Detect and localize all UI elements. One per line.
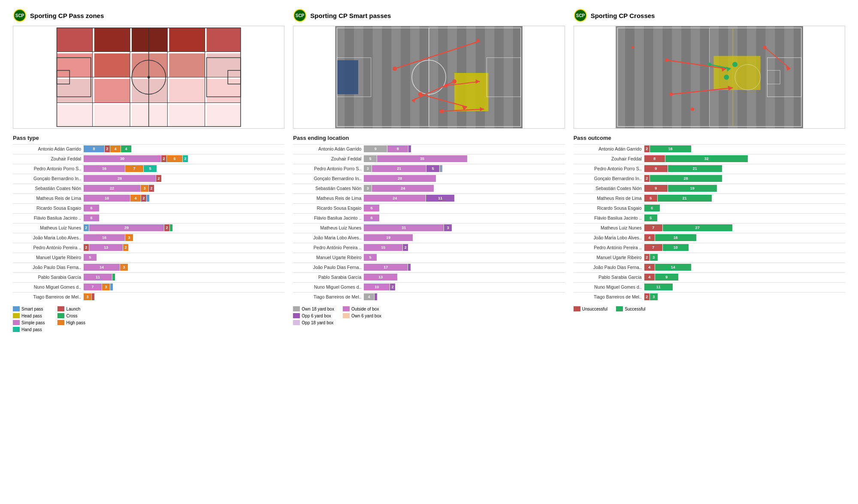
bar-container-1-7: 6 [364,214,379,221]
bar-container-1-8: 313 [364,224,452,231]
table-row: Pedro Antonio Porro S..921 [574,165,845,172]
svg-rect-86 [625,26,634,128]
table-row: Pedro António Pereira ..152 [293,244,565,251]
divider-0-7 [13,213,284,214]
table-row: Flávio Basilua Jacinto ..6 [13,214,284,222]
table-row: João Paulo Dias Ferna..414 [574,263,845,271]
player-name-2-13: Pablo Sarabia García [574,275,644,280]
panel-2-header: SCP Sporting CP Smart passes [293,9,565,22]
divider-0-3 [13,174,284,174]
bar-segment-2-3-0: 2 [644,175,650,182]
successful-label: Successful [625,307,645,311]
divider-2-9 [574,233,845,233]
legend-2: Own 18 yard box Outside of box Opp 6 yar… [293,306,565,325]
bar-segment-2-9-1: 16 [655,234,696,241]
svg-point-123 [707,63,711,66]
crosses-svg [574,26,845,128]
bar-container-1-2: 3215 [364,165,442,172]
bar-segment-2-0-0: 2 [644,145,650,152]
player-name-1-12: João Paulo Dias Ferna.. [293,265,364,270]
svg-rect-90 [662,26,672,128]
table-row: Pablo Sarabia García49 [574,273,845,281]
svg-rect-50 [429,26,438,128]
bar-container-2-13: 49 [644,274,678,281]
player-name-2-14: Nuno Miguel Gomes d.. [574,284,644,290]
bar-segment-1-12-0: 17 [364,264,408,271]
player-name-0-3: Gonçalo Bernardino In.. [13,176,84,181]
bar-container-1-6: 6 [364,205,379,211]
bar-container-0-2: 1675 [84,165,157,172]
svg-rect-44 [373,26,382,128]
svg-text:SCP: SCP [15,13,24,18]
table-row: João Maria Lobo Alves..416 [574,234,845,241]
head-pass-color [13,313,20,318]
divider-2-1 [574,154,845,154]
svg-rect-45 [382,26,392,128]
bar-container-2-7: 5 [644,214,657,221]
divider-0-15 [13,292,284,293]
bar-container-0-7: 6 [84,214,99,221]
bar-segment-0-14-1: 3 [102,284,110,290]
bar-segment-1-14-0: 10 [364,284,390,290]
divider-1-4 [293,184,565,184]
bar-container-1-9: 19 [364,234,413,241]
svg-rect-94 [700,26,710,128]
player-name-0-7: Flávio Basilua Jacinto .. [13,215,84,220]
svg-rect-92 [681,26,691,128]
table-row: Zouhair Feddal535 [293,155,565,163]
bar-segment-1-11-0: 5 [364,254,377,261]
cross-label: Cross [66,314,77,318]
svg-point-81 [444,84,448,88]
table-row: Matheus Luiz Nunes727 [574,224,845,232]
bar-segment-1-3-0: 28 [364,175,436,182]
bar-segment-0-0-2: 4 [110,145,121,152]
simple-pass-color [13,320,20,325]
hand-pass-color [13,327,20,332]
svg-rect-20 [169,104,205,127]
svg-rect-19 [132,104,167,127]
unsuccessful-color [574,306,580,311]
svg-rect-14 [132,79,167,103]
svg-rect-8 [94,53,130,77]
player-name-2-2: Pedro Antonio Porro S.. [574,166,644,171]
bar-container-2-6: 6 [644,205,660,211]
bar-container-0-14: 73 [84,284,113,290]
bar-segment-2-6-0: 6 [644,205,660,211]
player-name-2-4: Sebastián Coates Nión [574,186,644,191]
svg-rect-4 [132,28,167,52]
panel-pass-zones: SCP Sporting CP Pass zones [13,9,284,332]
pass-zones-svg [13,26,284,128]
table-row: Manuel Ugarte Ribeiro5 [13,254,284,261]
bar-segment-1-0-2 [408,145,411,152]
table-row: Zouhair Feddal832 [574,155,845,163]
svg-rect-11 [207,53,241,77]
svg-rect-101 [765,26,775,128]
bar-container-2-15: 23 [644,293,658,300]
bar-segment-0-5-2: 2 [141,195,146,202]
divider-2-3 [574,174,845,174]
divider-0-12 [13,263,284,263]
bar-segment-0-4-0: 22 [84,185,140,192]
table-row: Zouhair Feddal30262 [13,155,284,163]
bar-segment-1-2-2: 5 [426,165,439,172]
svg-rect-105 [713,56,760,90]
player-name-1-1: Zouhair Feddal [293,156,364,161]
player-name-0-1: Zouhair Feddal [13,156,84,161]
bar-segment-1-0-0: 9 [364,145,387,152]
svg-point-114 [665,58,668,62]
bar-segment-2-9-0: 4 [644,234,655,241]
legend-hand-pass: Hand pass [13,327,45,332]
player-name-0-12: João Paulo Dias Ferna.. [13,265,84,270]
bar-segment-0-1-2: 6 [167,155,182,162]
panel-3-header: SCP Sporting CP Crosses [574,9,845,22]
divider-1-8 [293,223,565,223]
pass-zones-pitch [13,26,284,129]
legend-smart-pass: Smart pass [13,306,45,311]
bar-segment-2-12-0: 4 [644,264,655,271]
bar-segment-2-2-0: 9 [644,165,668,172]
table-row: Tiago Barreiros de Mel..3 [13,293,284,301]
bar-segment-1-4-1: 24 [372,185,434,192]
divider-0-1 [13,154,284,154]
player-name-2-8: Matheus Luiz Nunes [574,225,644,230]
bar-segment-1-8-1: 3 [444,224,452,231]
